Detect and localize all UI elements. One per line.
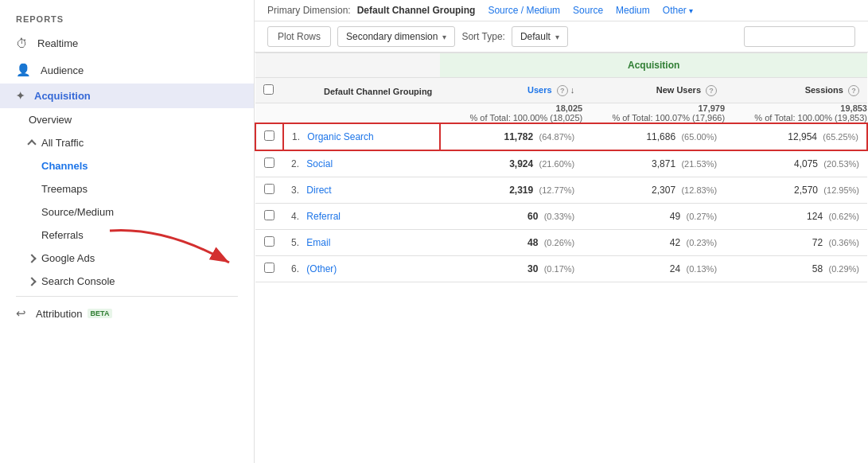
row-rank: 5. bbox=[291, 237, 299, 248]
other-label: Other bbox=[663, 5, 687, 16]
plot-rows-button[interactable]: Plot Rows bbox=[267, 26, 331, 47]
row-new-users: 11,686 (65.00%) bbox=[582, 123, 725, 150]
channel-name-link[interactable]: Organic Search bbox=[307, 131, 373, 142]
channel-name-link[interactable]: Email bbox=[306, 237, 330, 248]
row-users: 60 (0.33%) bbox=[440, 204, 582, 230]
row-checkbox-cell bbox=[255, 177, 283, 204]
sidebar-item-overview[interactable]: Overview bbox=[29, 108, 254, 131]
medium-link[interactable]: Medium bbox=[616, 5, 650, 16]
row-checkbox[interactable] bbox=[264, 210, 274, 220]
sidebar-item-treemaps[interactable]: Treemaps bbox=[41, 177, 254, 200]
chevron-right-icon-2 bbox=[27, 277, 36, 286]
row-checkbox-cell bbox=[255, 256, 283, 282]
row-checkbox-cell bbox=[255, 123, 283, 150]
sidebar-item-audience[interactable]: 👤 Audience bbox=[0, 56, 254, 84]
row-sessions: 58 (0.29%) bbox=[725, 256, 867, 282]
chevron-right-icon bbox=[27, 254, 36, 263]
sidebar-item-acquisition[interactable]: ✦ Acquisition bbox=[0, 84, 254, 108]
row-rank: 4. bbox=[291, 211, 299, 222]
secondary-dimension-dropdown[interactable]: Secondary dimension ▾ bbox=[337, 26, 455, 47]
row-sessions: 124 (0.62%) bbox=[725, 204, 867, 230]
row-checkbox[interactable] bbox=[264, 263, 274, 273]
sidebar-item-channels[interactable]: Channels bbox=[41, 154, 254, 177]
new-users-col-header[interactable]: New Users ? bbox=[582, 78, 725, 103]
referrals-label: Referrals bbox=[41, 229, 84, 241]
other-dropdown[interactable]: Other ▾ bbox=[663, 5, 693, 16]
secondary-dimension-label: Secondary dimension bbox=[346, 31, 438, 42]
sidebar-item-label-realtime: Realtime bbox=[37, 37, 78, 49]
checkbox-col-header bbox=[255, 78, 283, 103]
sidebar-item-label-audience: Audience bbox=[41, 64, 84, 76]
sidebar-item-all-traffic[interactable]: All Traffic bbox=[29, 131, 254, 154]
source-link[interactable]: Source bbox=[573, 5, 603, 16]
row-checkbox-cell bbox=[255, 150, 283, 177]
sidebar-item-source-medium[interactable]: Source/Medium bbox=[41, 200, 254, 224]
sidebar-item-referrals[interactable]: Referrals bbox=[41, 224, 254, 247]
reports-label: REPORTS bbox=[0, 8, 254, 30]
total-label bbox=[283, 103, 440, 124]
row-rank-channel: 3. Direct bbox=[283, 177, 440, 204]
attribution-icon: ↩ bbox=[16, 306, 26, 321]
channel-col-header: Default Channel Grouping bbox=[283, 78, 440, 103]
sidebar: REPORTS ⏱ Realtime 👤 Audience ✦ Acquisit… bbox=[0, 0, 255, 463]
row-checkbox[interactable] bbox=[264, 184, 274, 194]
all-traffic-label: All Traffic bbox=[41, 137, 84, 149]
row-rank: 6. bbox=[291, 263, 299, 274]
main-content: Primary Dimension: Default Channel Group… bbox=[255, 0, 868, 463]
row-new-users: 42 (0.23%) bbox=[582, 230, 725, 256]
data-table: Acquisition Default Channel Grouping Use… bbox=[255, 53, 868, 282]
row-checkbox[interactable] bbox=[264, 130, 274, 141]
channel-name-link[interactable]: Social bbox=[306, 158, 333, 169]
row-new-users: 3,871 (21.53%) bbox=[582, 150, 725, 177]
sessions-col-header[interactable]: Sessions ? bbox=[725, 78, 867, 103]
row-rank: 1. bbox=[292, 131, 300, 142]
channel-name-link[interactable]: Direct bbox=[306, 185, 331, 196]
sidebar-item-google-ads[interactable]: Google Ads bbox=[29, 247, 254, 270]
row-rank-channel: 1. Organic Search bbox=[283, 123, 440, 150]
channel-header-empty bbox=[283, 53, 440, 78]
select-all-checkbox[interactable] bbox=[263, 84, 274, 95]
total-checkbox-cell bbox=[255, 103, 283, 124]
row-sessions: 4,075 (20.53%) bbox=[725, 150, 867, 177]
row-checkbox[interactable] bbox=[264, 158, 274, 168]
search-input[interactable] bbox=[744, 26, 855, 47]
chevron-down-icon bbox=[27, 139, 36, 148]
attribution-badge: BETA bbox=[88, 309, 113, 318]
acquisition-submenu: Overview All Traffic Channels Treemaps S… bbox=[0, 108, 254, 293]
search-console-label: Search Console bbox=[41, 275, 115, 287]
secondary-dimension-chevron-icon: ▾ bbox=[442, 33, 446, 41]
sessions-info-icon[interactable]: ? bbox=[848, 85, 859, 96]
sidebar-divider bbox=[16, 296, 238, 297]
row-checkbox-cell bbox=[255, 204, 283, 230]
row-new-users: 24 (0.13%) bbox=[582, 256, 725, 282]
sidebar-item-label-acquisition: Acquisition bbox=[34, 90, 91, 102]
primary-dimension-value: Default Channel Grouping bbox=[357, 5, 476, 16]
new-users-info-icon[interactable]: ? bbox=[706, 85, 717, 96]
sort-default-dropdown[interactable]: Default ▾ bbox=[512, 26, 568, 47]
table-row: 5. Email 48 (0.26%) 42 (0.23%) 72 (0.36%… bbox=[255, 230, 867, 256]
users-col-header[interactable]: Users ? ↓ bbox=[440, 78, 582, 103]
column-header-row: Default Channel Grouping Users ? ↓ New U… bbox=[255, 78, 867, 103]
channel-name-link[interactable]: (Other) bbox=[306, 263, 337, 274]
users-info-icon[interactable]: ? bbox=[557, 85, 568, 96]
table-row: 4. Referral 60 (0.33%) 49 (0.27%) 124 (0… bbox=[255, 204, 867, 230]
row-sessions: 12,954 (65.25%) bbox=[725, 123, 867, 150]
total-new-users: 17,979 % of Total: 100.07% (17,966) bbox=[582, 103, 725, 124]
sort-type-label: Sort Type: bbox=[461, 31, 504, 42]
totals-row: 18,025 % of Total: 100.00% (18,025) 17,9… bbox=[255, 103, 867, 124]
sidebar-item-realtime[interactable]: ⏱ Realtime bbox=[0, 30, 254, 56]
row-rank: 3. bbox=[291, 185, 299, 196]
acquisition-group-header: Acquisition bbox=[440, 53, 867, 78]
treemaps-label: Treemaps bbox=[41, 183, 88, 195]
row-checkbox[interactable] bbox=[264, 236, 274, 247]
sidebar-item-attribution[interactable]: ↩ Attribution BETA bbox=[0, 300, 254, 327]
attribution-label: Attribution bbox=[36, 308, 83, 320]
row-sessions: 72 (0.36%) bbox=[725, 230, 867, 256]
source-medium-link[interactable]: Source / Medium bbox=[488, 5, 560, 16]
users-sort-icon[interactable]: ↓ bbox=[570, 85, 575, 95]
google-ads-label: Google Ads bbox=[41, 252, 95, 264]
channel-name-link[interactable]: Referral bbox=[306, 211, 341, 222]
primary-dimension-bar: Primary Dimension: Default Channel Group… bbox=[255, 0, 868, 21]
sidebar-item-search-console[interactable]: Search Console bbox=[29, 270, 254, 293]
table-row: 3. Direct 2,319 (12.77%) 2,307 (12.83%) … bbox=[255, 177, 867, 204]
